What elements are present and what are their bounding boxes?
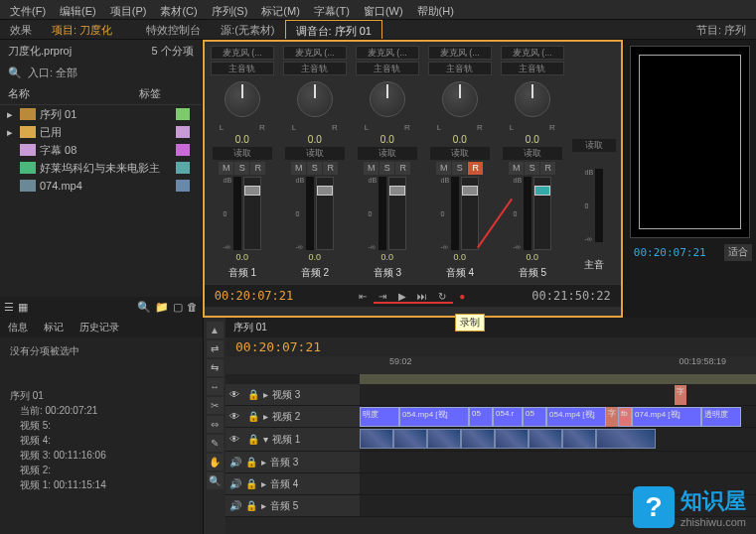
mute-button[interactable]: M bbox=[436, 162, 451, 175]
label-swatch[interactable] bbox=[176, 144, 190, 156]
solo-button[interactable]: S bbox=[525, 162, 539, 175]
output-select[interactable]: 主音轨 bbox=[428, 62, 492, 75]
label-swatch[interactable] bbox=[176, 126, 190, 138]
tab-program[interactable]: 节目: 序列 bbox=[686, 20, 756, 39]
speaker-icon[interactable]: 🔊 bbox=[229, 478, 241, 489]
tab-effects[interactable]: 效果 bbox=[0, 20, 42, 39]
caption-clip[interactable]: 字 bbox=[675, 385, 686, 405]
video-clip[interactable]: 054.mp4 [视] bbox=[399, 407, 469, 427]
mute-button[interactable]: M bbox=[291, 162, 306, 175]
menu-marker[interactable]: 标记(M) bbox=[255, 2, 306, 17]
volume-fader[interactable] bbox=[461, 177, 479, 250]
zoom-tool-icon[interactable]: 🔍 bbox=[207, 472, 224, 489]
pan-knob[interactable] bbox=[370, 81, 405, 117]
record-button[interactable]: R bbox=[250, 162, 265, 175]
lock-icon[interactable]: 🔒 bbox=[245, 500, 257, 511]
step-icon[interactable]: ⏭ bbox=[414, 289, 430, 303]
video-clip[interactable] bbox=[461, 429, 495, 449]
lock-icon[interactable]: 🔒 bbox=[245, 457, 257, 467]
col-label[interactable]: 标签 bbox=[139, 86, 189, 101]
pen-tool-icon[interactable]: ✎ bbox=[207, 435, 224, 452]
goto-out-icon[interactable]: ⇥ bbox=[375, 289, 390, 303]
find-icon[interactable]: 🔍 bbox=[137, 301, 151, 314]
video-clip[interactable] bbox=[562, 429, 596, 449]
mute-button[interactable]: M bbox=[364, 162, 378, 175]
automation-mode[interactable]: 读取 bbox=[285, 147, 345, 160]
pan-knob[interactable] bbox=[225, 81, 260, 117]
tab-marker[interactable]: 标记 bbox=[36, 318, 72, 337]
automation-mode[interactable]: 读取 bbox=[430, 147, 490, 160]
lock-icon[interactable]: 🔒 bbox=[247, 389, 259, 400]
menu-help[interactable]: 帮助(H) bbox=[411, 2, 460, 17]
pan-knob[interactable] bbox=[515, 81, 550, 117]
video-clip[interactable]: 054.r bbox=[493, 407, 523, 427]
solo-button[interactable]: S bbox=[307, 162, 322, 175]
tab-fxcontrol[interactable]: 特效控制台 bbox=[136, 20, 211, 39]
tab-mixer[interactable]: 调音台: 序列 01 bbox=[285, 20, 382, 39]
menu-window[interactable]: 窗口(W) bbox=[358, 2, 409, 17]
label-swatch[interactable] bbox=[176, 162, 190, 174]
video-clip[interactable] bbox=[596, 429, 656, 449]
volume-fader[interactable] bbox=[243, 177, 261, 250]
record-icon[interactable]: ● bbox=[454, 289, 470, 303]
menu-file[interactable]: 文件(F) bbox=[4, 2, 52, 17]
project-item[interactable]: ▸序列 01 bbox=[0, 105, 202, 123]
video-clip[interactable] bbox=[360, 429, 393, 449]
input-select[interactable]: 麦克风 (... bbox=[356, 46, 419, 60]
solo-button[interactable]: S bbox=[452, 162, 467, 175]
input-select[interactable]: 麦克风 (... bbox=[211, 46, 274, 60]
label-swatch[interactable] bbox=[176, 180, 190, 192]
video-clip[interactable] bbox=[529, 429, 562, 449]
solo-button[interactable]: S bbox=[379, 162, 394, 175]
video-clip[interactable]: 074.mp4 [视] bbox=[632, 407, 701, 427]
record-button[interactable]: R bbox=[540, 162, 555, 175]
pan-knob[interactable] bbox=[297, 81, 333, 117]
mute-button[interactable]: M bbox=[219, 162, 233, 175]
tab-history[interactable]: 历史记录 bbox=[72, 318, 127, 337]
caption-clip[interactable]: 字 bbox=[606, 407, 618, 427]
play-icon[interactable]: ▶ bbox=[394, 289, 410, 303]
input-select[interactable]: 麦克风 (... bbox=[283, 46, 347, 60]
volume-fader[interactable] bbox=[316, 177, 334, 250]
selection-tool-icon[interactable]: ▲ bbox=[207, 322, 224, 338]
record-button[interactable]: R bbox=[395, 162, 410, 175]
tab-source[interactable]: 源:(无素材) bbox=[211, 20, 284, 39]
video-clip[interactable]: fb bbox=[618, 407, 632, 427]
output-select[interactable]: 主音轨 bbox=[211, 62, 274, 75]
preview-canvas[interactable] bbox=[630, 46, 750, 238]
toggle-track-icon[interactable]: 👁 bbox=[229, 434, 243, 445]
volume-fader[interactable] bbox=[533, 177, 551, 250]
speaker-icon[interactable]: 🔊 bbox=[229, 500, 241, 511]
rate-tool-icon[interactable]: ↔ bbox=[207, 378, 224, 395]
input-select[interactable]: 麦克风 (... bbox=[428, 46, 492, 60]
list-view-icon[interactable]: ☰ bbox=[4, 301, 14, 314]
output-select[interactable]: 主音轨 bbox=[501, 62, 564, 75]
automation-mode[interactable]: 读取 bbox=[213, 147, 272, 160]
automation-mode[interactable]: 读取 bbox=[572, 139, 616, 152]
icon-view-icon[interactable]: ▦ bbox=[18, 301, 28, 314]
video-clip[interactable]: 透明度 bbox=[701, 407, 741, 427]
project-item[interactable]: 好莱坞科幻与未来电影主 bbox=[0, 159, 202, 177]
toggle-track-icon[interactable]: 👁 bbox=[229, 389, 243, 400]
project-item[interactable]: ▸已用 bbox=[0, 123, 202, 141]
timeline-timecode[interactable]: 00:20:07:21 bbox=[226, 337, 756, 356]
menu-edit[interactable]: 编辑(E) bbox=[54, 2, 102, 17]
automation-mode[interactable]: 读取 bbox=[503, 147, 562, 160]
lock-icon[interactable]: 🔒 bbox=[247, 434, 259, 445]
volume-fader[interactable] bbox=[388, 177, 406, 250]
new-bin-icon[interactable]: 📁 bbox=[155, 301, 169, 314]
input-select[interactable]: 麦克风 (... bbox=[501, 46, 564, 60]
zoom-fit[interactable]: 适合 bbox=[724, 244, 752, 261]
track-select-tool-icon[interactable]: ⇄ bbox=[207, 340, 224, 357]
video-clip[interactable] bbox=[427, 429, 461, 449]
speaker-icon[interactable]: 🔊 bbox=[229, 457, 241, 467]
toggle-track-icon[interactable]: 👁 bbox=[229, 411, 243, 422]
project-item[interactable]: 字幕 08 bbox=[0, 141, 202, 159]
video-clip[interactable]: 05 bbox=[469, 407, 493, 427]
automation-mode[interactable]: 读取 bbox=[358, 147, 417, 160]
output-select[interactable]: 主音轨 bbox=[283, 62, 347, 75]
video-clip[interactable] bbox=[393, 429, 427, 449]
project-filter[interactable]: 入口: 全部 bbox=[28, 67, 77, 78]
mute-button[interactable]: M bbox=[509, 162, 524, 175]
output-select[interactable]: 主音轨 bbox=[356, 62, 419, 75]
